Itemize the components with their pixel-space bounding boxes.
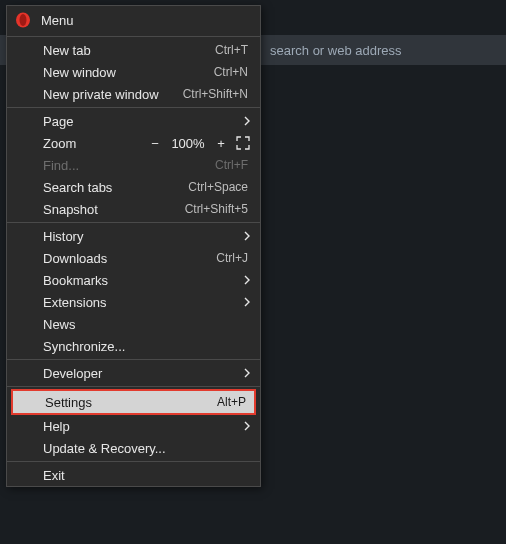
menu-label: Update & Recovery... <box>43 441 248 456</box>
chevron-right-icon <box>244 297 250 307</box>
zoom-in-button[interactable]: + <box>214 136 228 151</box>
new-window-item[interactable]: New window Ctrl+N <box>7 61 260 83</box>
menu-label: News <box>43 317 248 332</box>
menu-label: Help <box>43 419 248 434</box>
page-submenu-item[interactable]: Page <box>7 110 260 132</box>
bookmarks-submenu-item[interactable]: Bookmarks <box>7 269 260 291</box>
new-tab-item[interactable]: New tab Ctrl+T <box>7 39 260 61</box>
synchronize-item[interactable]: Synchronize... <box>7 335 260 357</box>
menu-label: Find... <box>43 158 215 173</box>
separator <box>7 107 260 108</box>
menu-shortcut: Ctrl+Shift+N <box>183 87 248 101</box>
menu-label: New private window <box>43 87 183 102</box>
main-menu: Menu New tab Ctrl+T New window Ctrl+N Ne… <box>6 5 261 487</box>
chevron-right-icon <box>244 421 250 431</box>
separator <box>7 36 260 37</box>
separator <box>7 461 260 462</box>
menu-header: Menu <box>7 6 260 34</box>
chevron-right-icon <box>244 275 250 285</box>
menu-title: Menu <box>41 13 74 28</box>
separator <box>7 222 260 223</box>
snapshot-item[interactable]: Snapshot Ctrl+Shift+5 <box>7 198 260 220</box>
fullscreen-icon[interactable] <box>236 136 250 150</box>
separator <box>7 359 260 360</box>
zoom-level: 100% <box>170 136 206 151</box>
menu-label: Downloads <box>43 251 216 266</box>
menu-label: Snapshot <box>43 202 185 217</box>
developer-submenu-item[interactable]: Developer <box>7 362 260 384</box>
menu-label: Extensions <box>43 295 248 310</box>
menu-label: New window <box>43 65 214 80</box>
settings-highlight: Settings Alt+P <box>11 389 256 415</box>
help-submenu-item[interactable]: Help <box>7 415 260 437</box>
menu-shortcut: Ctrl+N <box>214 65 248 79</box>
menu-shortcut: Ctrl+F <box>215 158 248 172</box>
news-item[interactable]: News <box>7 313 260 335</box>
opera-logo-icon <box>15 12 31 28</box>
downloads-item[interactable]: Downloads Ctrl+J <box>7 247 260 269</box>
address-placeholder: search or web address <box>270 43 402 58</box>
search-tabs-item[interactable]: Search tabs Ctrl+Space <box>7 176 260 198</box>
chevron-right-icon <box>244 116 250 126</box>
zoom-out-button[interactable]: − <box>148 136 162 151</box>
chevron-right-icon <box>244 231 250 241</box>
update-recovery-item[interactable]: Update & Recovery... <box>7 437 260 459</box>
settings-item[interactable]: Settings Alt+P <box>13 391 254 413</box>
zoom-label: Zoom <box>43 136 140 151</box>
zoom-row: Zoom − 100% + <box>7 132 260 154</box>
menu-shortcut: Ctrl+T <box>215 43 248 57</box>
menu-label: Exit <box>43 468 248 483</box>
menu-label: Page <box>43 114 248 129</box>
find-item: Find... Ctrl+F <box>7 154 260 176</box>
menu-shortcut: Alt+P <box>217 395 246 409</box>
menu-label: Search tabs <box>43 180 188 195</box>
menu-shortcut: Ctrl+Space <box>188 180 248 194</box>
history-submenu-item[interactable]: History <box>7 225 260 247</box>
separator <box>7 386 260 387</box>
menu-label: Bookmarks <box>43 273 248 288</box>
new-private-window-item[interactable]: New private window Ctrl+Shift+N <box>7 83 260 105</box>
menu-label: Settings <box>45 395 217 410</box>
menu-shortcut: Ctrl+J <box>216 251 248 265</box>
chevron-right-icon <box>244 368 250 378</box>
exit-item[interactable]: Exit <box>7 464 260 486</box>
menu-label: New tab <box>43 43 215 58</box>
menu-label: Synchronize... <box>43 339 248 354</box>
menu-shortcut: Ctrl+Shift+5 <box>185 202 248 216</box>
menu-label: History <box>43 229 248 244</box>
svg-point-1 <box>20 14 27 26</box>
menu-label: Developer <box>43 366 248 381</box>
extensions-submenu-item[interactable]: Extensions <box>7 291 260 313</box>
